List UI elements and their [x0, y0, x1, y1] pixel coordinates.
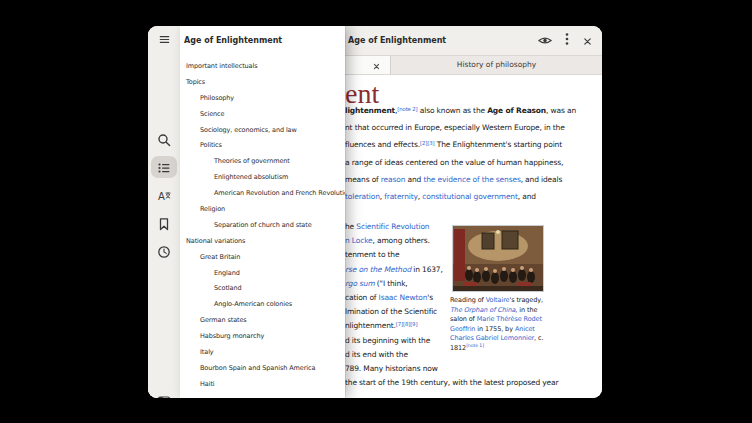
wiki-link[interactable]: the evidence of the senses — [423, 175, 520, 184]
text-segment: , and ideals — [521, 175, 563, 184]
wiki-link[interactable]: reason — [381, 175, 405, 184]
text-segment: , and — [518, 192, 536, 201]
tab-history-of-philosophy[interactable]: History of philosophy — [391, 55, 602, 74]
text-segment: , among others. — [373, 236, 430, 245]
text-segment: 789. Many historians now — [345, 364, 438, 373]
article-text-line: means of reason and the evidence of the … — [345, 171, 576, 188]
wiki-link[interactable]: [7][8][9] — [396, 321, 418, 327]
app-window: Age of Enlightenment — [148, 26, 602, 398]
toc-item[interactable]: Religion — [180, 202, 345, 218]
toc-item[interactable]: Politics — [180, 138, 345, 154]
toc-item[interactable]: American Revolution and French Revolutio… — [180, 186, 345, 202]
text-segment: d its end with the — [345, 350, 408, 359]
article-text-line: 789. Many historians now — [345, 362, 558, 376]
eye-icon — [538, 31, 552, 50]
wiki-link[interactable]: [note 2] — [397, 106, 417, 112]
article-text-line: fluences and effects.[2][3] The Enlighte… — [345, 136, 576, 153]
text-segment: The Enlightenment's starting point — [434, 140, 562, 149]
toc-item[interactable]: Science — [180, 107, 345, 123]
wiki-link[interactable]: rgo sum — [345, 279, 375, 288]
hamburger-menu-button[interactable] — [155, 31, 173, 49]
wiki-link[interactable]: rse on the Method — [345, 265, 411, 274]
history-button[interactable] — [157, 244, 171, 258]
para1: lightenment,[note 2] also known as the A… — [345, 102, 576, 205]
text-segment: also known as the — [418, 106, 488, 115]
tab-close-icon — [373, 55, 380, 74]
toc-item[interactable]: Sociology, economics, and law — [180, 123, 345, 139]
drawer-title: Age of Enlightenment — [184, 26, 282, 55]
toc-item[interactable]: Haiti — [180, 377, 345, 393]
text-segment: Reading of — [450, 296, 486, 304]
bookmarks-button[interactable] — [157, 216, 171, 230]
clock-icon — [157, 244, 171, 263]
window-close-button[interactable] — [578, 31, 596, 49]
wiki-link[interactable]: [note 1] — [466, 343, 484, 348]
toc-item[interactable]: Great Britain — [180, 250, 345, 266]
text-segment: the start of the 19th century, with the … — [345, 378, 558, 387]
salon-painting — [453, 226, 543, 291]
toc-item[interactable]: Topics — [180, 75, 345, 91]
toc-list: Important intellectualsTopicsPhilosophyS… — [180, 59, 345, 393]
article-thumbnail-image[interactable] — [452, 225, 544, 292]
list-icon — [157, 160, 171, 179]
toc-item[interactable]: Separation of church and state — [180, 218, 345, 234]
toc-item[interactable]: Theories of government — [180, 154, 345, 170]
wiki-link[interactable]: Scientific Revolution — [356, 222, 429, 231]
text-segment: nt that occurred in Europe, especially W… — [345, 123, 565, 132]
wiki-link[interactable]: toleration — [345, 192, 380, 201]
toc-button[interactable] — [157, 160, 171, 174]
toc-item[interactable]: Important intellectuals — [180, 59, 345, 75]
text-segment: means of — [345, 175, 381, 184]
nav-rail: A — [148, 55, 180, 398]
text-segment: a range of ideas centered on the value o… — [345, 158, 563, 167]
text-segment: , was an — [546, 106, 576, 115]
wiki-link[interactable]: fraternity — [384, 192, 418, 201]
toc-item[interactable]: Habsburg monarchy — [180, 329, 345, 345]
article-text-line: nt that occurred in Europe, especially W… — [345, 119, 576, 136]
wiki-link[interactable]: n Locke — [345, 236, 373, 245]
toc-item[interactable]: Philosophy — [180, 91, 345, 107]
text-segment: fluences and effects. — [345, 140, 420, 149]
sidebar-toggle-icon — [157, 393, 171, 398]
text-segment: 's tragedy, — [509, 296, 543, 304]
toc-item[interactable]: National variations — [180, 234, 345, 250]
text-segment: Age of Reason — [487, 106, 546, 115]
tab-close-button[interactable] — [369, 58, 383, 72]
article-text-line: the start of the 19th century, with the … — [345, 376, 558, 390]
text-segment: tenment to the — [345, 250, 399, 259]
article-text-line: lightenment,[note 2] also known as the A… — [345, 102, 576, 119]
article-text-line: toleration, fraternity, constitutional g… — [345, 188, 576, 205]
menu-button[interactable] — [558, 31, 576, 49]
toc-item[interactable]: German states — [180, 313, 345, 329]
sidebar-toggle-button[interactable] — [157, 393, 171, 398]
bookmark-icon — [157, 216, 171, 235]
toc-item[interactable]: England — [180, 266, 345, 282]
view-toggle-button[interactable] — [536, 31, 554, 49]
close-icon — [583, 31, 592, 50]
wiki-link[interactable]: Isaac Newton — [379, 293, 428, 302]
text-segment: lmination of the Scientific — [345, 307, 437, 316]
toc-item[interactable]: Scotland — [180, 281, 345, 297]
toc-item[interactable]: Bourbon Spain and Spanish America — [180, 361, 345, 377]
wiki-link[interactable]: The Orphan of China — [450, 306, 515, 314]
text-segment: d its beginning with the — [345, 336, 430, 345]
text-segment: nlightenment. — [345, 321, 396, 330]
text-segment: lightenment — [345, 106, 395, 115]
text-segment: 's — [427, 293, 433, 302]
search-icon — [157, 132, 171, 151]
translate-icon: A — [157, 188, 171, 207]
kebab-icon — [565, 31, 569, 50]
screen: Age of Enlightenment — [0, 0, 752, 423]
article-text-line: a range of ideas centered on the value o… — [345, 154, 576, 171]
toc-drawer: Age of Enlightenment Important intellect… — [180, 26, 345, 398]
toc-item[interactable]: Enlightened absolutism — [180, 170, 345, 186]
wiki-link[interactable]: [2][3] — [420, 140, 434, 146]
text-segment: in 1637, — [411, 265, 443, 274]
svg-text:A: A — [158, 191, 165, 202]
languages-button[interactable]: A — [157, 188, 171, 202]
search-button[interactable] — [157, 132, 171, 146]
wiki-link[interactable]: constitutional government — [422, 192, 518, 201]
toc-item[interactable]: Anglo-American colonies — [180, 297, 345, 313]
wiki-link[interactable]: Voltaire — [486, 296, 510, 304]
toc-item[interactable]: Italy — [180, 345, 345, 361]
